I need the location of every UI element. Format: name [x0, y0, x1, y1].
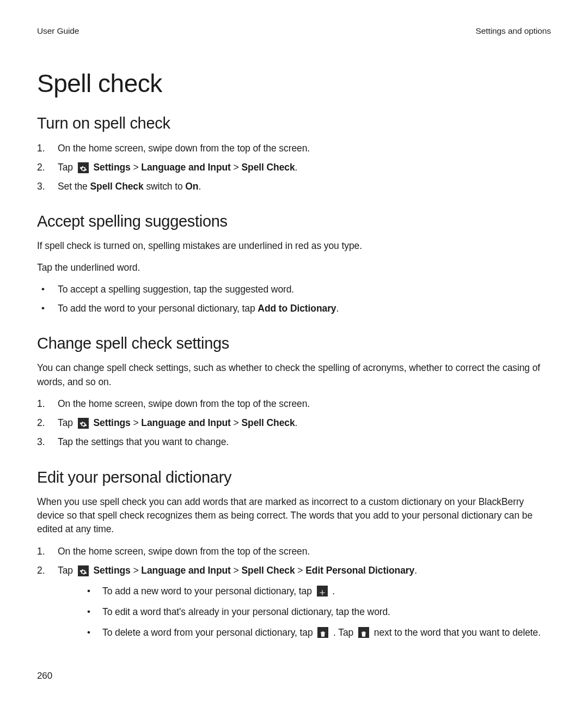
page: User Guide Settings and options Spell ch… — [37, 0, 551, 706]
section-turn-on-spell-check: Turn on spell check On the home screen, … — [37, 114, 551, 194]
list-item: To delete a word from your personal dict… — [58, 625, 551, 640]
sub-bullet-list: To add a new word to your personal dicti… — [58, 583, 551, 640]
ordered-steps: On the home screen, swipe down from the … — [37, 544, 551, 640]
page-number: 260 — [37, 671, 52, 681]
header-right: Settings and options — [476, 26, 551, 36]
page-title: Spell check — [37, 69, 162, 98]
plus-icon — [317, 586, 328, 597]
step: Tap Settings > Language and Input > Spel… — [37, 160, 551, 175]
heading: Turn on spell check — [37, 114, 551, 132]
step: On the home screen, swipe down from the … — [37, 544, 551, 559]
step: Set the Spell Check switch to On. — [37, 179, 551, 194]
settings-gear-icon — [78, 162, 89, 173]
heading: Accept spelling suggestions — [37, 212, 551, 230]
paragraph: When you use spell check you can add wor… — [37, 495, 551, 537]
list-item: To add a new word to your personal dicti… — [58, 583, 551, 599]
ordered-steps: On the home screen, swipe down from the … — [37, 141, 551, 194]
header-left: User Guide — [37, 26, 79, 36]
heading: Edit your personal dictionary — [37, 468, 551, 486]
settings-gear-icon — [78, 418, 89, 429]
step: On the home screen, swipe down from the … — [37, 141, 551, 156]
settings-gear-icon — [78, 565, 89, 576]
list-item: To accept a spelling suggestion, tap the… — [37, 282, 551, 297]
section-accept-spelling-suggestions: Accept spelling suggestions If spell che… — [37, 212, 551, 316]
bullet-list: To accept a spelling suggestion, tap the… — [37, 282, 551, 316]
content: Turn on spell check On the home screen, … — [37, 114, 551, 659]
trash-icon — [358, 627, 369, 638]
section-edit-your-personal-dictionary: Edit your personal dictionary When you u… — [37, 468, 551, 640]
list-item: To add the word to your personal diction… — [37, 301, 551, 316]
paragraph: You can change spell check settings, suc… — [37, 361, 551, 389]
section-change-spell-check-settings: Change spell check settings You can chan… — [37, 334, 551, 449]
trash-icon — [317, 627, 328, 638]
paragraph: Tap the underlined word. — [37, 261, 551, 275]
step: Tap Settings > Language and Input > Spel… — [37, 416, 551, 430]
paragraph: If spell check is turned on, spelling mi… — [37, 239, 551, 253]
running-header: User Guide Settings and options — [37, 26, 551, 36]
list-item: To edit a word that's already in your pe… — [58, 604, 551, 619]
step: Tap the settings that you want to change… — [37, 435, 551, 449]
heading: Change spell check settings — [37, 334, 551, 352]
step: Tap Settings > Language and Input > Spel… — [37, 563, 551, 640]
step: On the home screen, swipe down from the … — [37, 397, 551, 411]
ordered-steps: On the home screen, swipe down from the … — [37, 397, 551, 449]
